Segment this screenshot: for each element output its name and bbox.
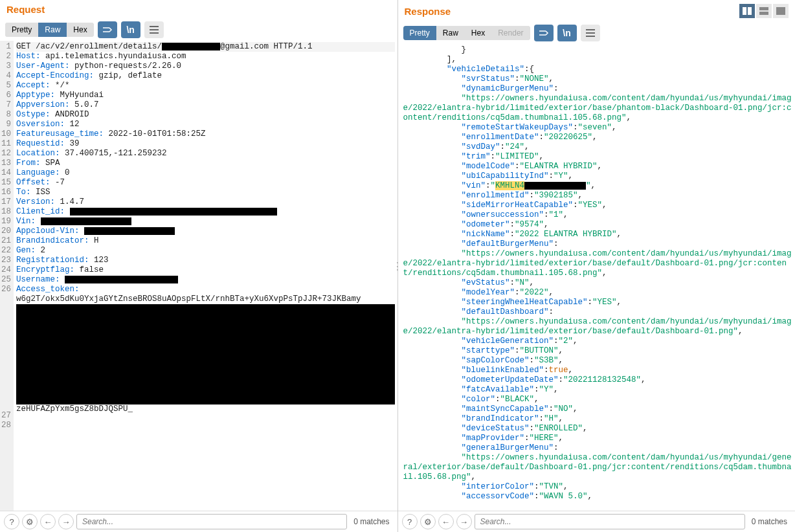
layout-single-button[interactable]: [773, 4, 789, 18]
svg-rect-3: [759, 12, 768, 15]
request-line-15: Offset: -7: [16, 178, 394, 188]
request-settings-button[interactable]: ⚙: [22, 514, 38, 529]
svg-rect-1: [748, 7, 752, 15]
response-json-line-19: "https://owners.hyundaiusa.com/content/d…: [403, 249, 793, 278]
request-line-27: [16, 414, 394, 424]
response-json-line-22: "steeringWheelHeatCapable":"YES",: [403, 298, 793, 307]
response-menu-button[interactable]: [581, 25, 600, 41]
tab-pretty[interactable]: Pretty: [5, 23, 38, 37]
response-json-line-33: "brandIndicator":"H",: [403, 414, 793, 424]
tab-hex[interactable]: Hex: [465, 26, 491, 40]
request-newline-button[interactable]: \n: [121, 21, 140, 38]
hamburger-icon: [586, 29, 595, 37]
request-line-18: Client_id:: [16, 207, 394, 217]
response-json-line-21: "modelYear":"2022",: [403, 288, 793, 298]
response-json-line-39: "accessorvCode":"WAVN 5.0",: [403, 492, 793, 502]
request-line-4: Accept-Encoding: gzip, deflate: [16, 71, 394, 81]
response-json-line-29: "odometerUpdateDate":"20221128132548",: [403, 375, 793, 385]
request-tabs: PrettyRawHex: [5, 23, 94, 37]
response-json-line-2: "vehicleDetails":{: [403, 65, 793, 74]
response-json-line-34: "deviceStatus":"ENROLLED",: [403, 424, 793, 434]
request-prev-button[interactable]: ←: [40, 514, 56, 529]
layout-horizontal-button[interactable]: [756, 4, 772, 18]
response-json-line-6: "remoteStartWakeupDays":"seven",: [403, 123, 793, 133]
response-json-line-0: }: [403, 45, 793, 55]
request-code[interactable]: GET /ac/v2/enrollment/details/@gmail.com…: [14, 41, 397, 511]
response-json-line-1: ],: [403, 55, 793, 65]
request-line-16: To: ISS: [16, 188, 394, 197]
request-help-button[interactable]: ?: [4, 514, 19, 529]
response-json-line-36: "generalBurgerMenu":: [403, 443, 793, 453]
response-json-line-8: "svdDay":"24",: [403, 142, 793, 152]
request-line-28: [16, 424, 394, 434]
split-icon: [743, 7, 752, 15]
response-settings-button[interactable]: ⚙: [420, 514, 436, 529]
response-tabs: PrettyRawHexRender: [403, 26, 530, 40]
request-expand-button[interactable]: [98, 21, 117, 38]
response-next-button[interactable]: →: [456, 514, 472, 529]
request-line-2: Host: api.telematics.hyundaiusa.com: [16, 52, 394, 61]
request-line-7: Appversion: 5.0.7: [16, 100, 394, 110]
response-json-line-7: "enrollmentDate":"20220625",: [403, 133, 793, 142]
response-json-line-26: "starttype":"BUTTON",: [403, 346, 793, 356]
response-help-button[interactable]: ?: [402, 514, 418, 529]
response-json-line-17: "nickName":"2022 ELANTRA HYBRID",: [403, 230, 793, 239]
response-json-line-10: "modelCode":"ELANTRA HYBRID",: [403, 162, 793, 172]
request-line-19: Vin:: [16, 217, 394, 227]
tab-hex[interactable]: Hex: [67, 23, 93, 37]
layout-split-button[interactable]: [739, 4, 755, 18]
request-line-26: Access_token: w6g2T/okx5dKu0YxjaGYtZnseB…: [16, 285, 394, 414]
response-code[interactable]: } ], "vehicleDetails":{ "svrStatus":"NON…: [398, 44, 796, 511]
request-footer: ? ⚙ ← → 0 matches: [0, 511, 398, 532]
request-search-input[interactable]: [76, 514, 347, 529]
response-expand-button[interactable]: [534, 25, 554, 41]
response-json-line-4: "dynamicBurgerMenu":: [403, 84, 793, 94]
chevron-right-icon: →: [62, 517, 71, 527]
response-json-line-16: "odometer":"9574",: [403, 220, 793, 230]
response-json-line-14: "sideMirrorHeatCapable":"YES",: [403, 201, 793, 210]
request-line-22: Gen: 2: [16, 246, 394, 256]
response-json-line-18: "defaultBurgerMenu":: [403, 239, 793, 249]
tab-raw[interactable]: Raw: [436, 26, 465, 40]
request-matches: 0 matches: [350, 517, 393, 526]
response-json-line-15: "ownersuccession":"1",: [403, 210, 793, 220]
request-line-17: Version: 1.4.7: [16, 197, 394, 207]
wrap-arrows-icon: [102, 26, 113, 34]
request-menu-button[interactable]: [144, 21, 164, 38]
gear-icon: ⚙: [26, 517, 34, 527]
request-line-23: Registrationid: 123: [16, 256, 394, 265]
request-line-10: Featureusage_time: 2022-10-01T01:58:25Z: [16, 129, 394, 139]
response-json-line-20: "evStatus":"N",: [403, 278, 793, 288]
request-line-12: Location: 37.400715,-121.259232: [16, 149, 394, 159]
request-line-5: Accept: */*: [16, 81, 394, 91]
help-icon: ?: [407, 517, 412, 527]
request-line-8: Ostype: ANDROID: [16, 110, 394, 120]
response-matches: 0 matches: [748, 517, 791, 526]
request-next-button[interactable]: →: [58, 514, 74, 529]
response-panel: Response PrettyRawHexRender \n } ], "veh…: [398, 0, 796, 532]
response-json-line-28: "bluelinkEnabled":true,: [403, 366, 793, 375]
response-title: Response: [405, 6, 451, 17]
chevron-right-icon: →: [460, 517, 468, 527]
help-icon: ?: [9, 517, 14, 527]
response-json-line-13: "enrollmentId":"3902185",: [403, 191, 793, 201]
request-line-21: Brandindicator: H: [16, 236, 394, 246]
response-json-line-12: "vin":"KMHLN4",: [403, 181, 793, 191]
request-toolbar: PrettyRawHex \n: [0, 19, 398, 41]
request-line-6: Apptype: MyHyundai: [16, 91, 394, 100]
response-newline-button[interactable]: \n: [557, 25, 577, 41]
response-footer: ? ⚙ ← → 0 matches: [398, 511, 796, 532]
tab-raw[interactable]: Raw: [38, 23, 67, 37]
response-search-input[interactable]: [475, 514, 745, 529]
response-json-line-37: "https://owners.hyundaiusa.com/content/d…: [403, 453, 793, 482]
horizontal-icon: [759, 7, 768, 15]
response-code-area[interactable]: } ], "vehicleDetails":{ "svrStatus":"NON…: [398, 44, 796, 511]
request-line-3: User-Agent: python-requests/2.26.0: [16, 61, 394, 71]
response-prev-button[interactable]: ←: [438, 514, 454, 529]
response-json-line-23: "defaultDashboard":: [403, 307, 793, 317]
request-code-area[interactable]: 1234567891011121314151617181920212223242…: [0, 41, 398, 511]
tab-pretty[interactable]: Pretty: [403, 26, 436, 40]
request-line-20: Appcloud-Vin:: [16, 227, 394, 236]
request-line-9: Osversion: 12: [16, 120, 394, 129]
wrap-arrows-icon: [539, 29, 549, 37]
